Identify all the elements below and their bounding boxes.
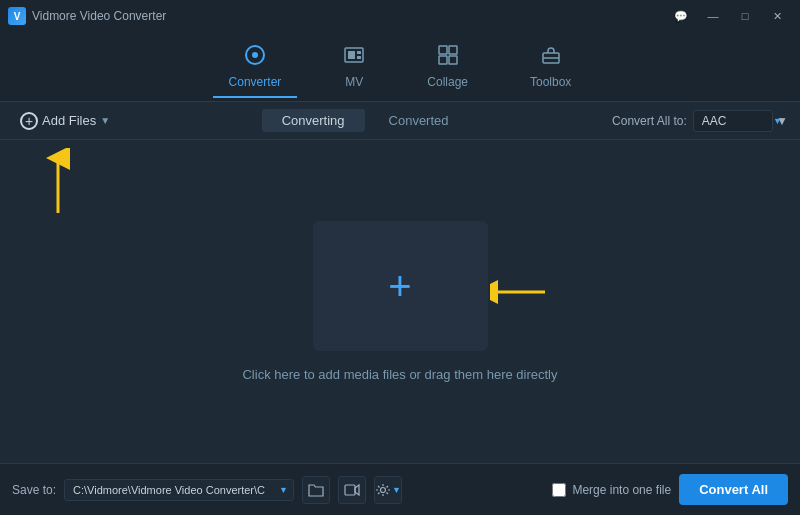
app-icon: V [8,7,26,25]
save-path-input[interactable] [64,479,294,501]
nav-item-collage[interactable]: Collage [411,36,484,97]
format-select-arrow-icon: ▼ [776,114,788,128]
merge-checkbox[interactable] [552,483,566,497]
nav-collage-label: Collage [427,75,468,89]
merge-checkbox-wrap: Merge into one file [552,483,671,497]
format-select-wrap[interactable]: AAC MP3 MP4 MOV AVI MKV WMV FLAC WAV ▼ [693,110,788,132]
svg-rect-7 [449,46,457,54]
nav-mv-label: MV [345,75,363,89]
save-path-wrap: ▼ [64,479,294,501]
add-files-dropdown-arrow: ▼ [100,115,110,126]
svg-point-1 [252,52,258,58]
sub-tabs: Converting Converted [126,109,604,132]
convert-all-to: Convert All to: AAC MP3 MP4 MOV AVI MKV … [612,110,788,132]
main-content: + Click here to add media files or drag … [0,140,800,463]
svg-rect-4 [357,51,361,54]
top-nav: Converter MV Collage [0,32,800,102]
add-circle-icon: + [20,112,38,130]
convert-all-button[interactable]: Convert All [679,474,788,505]
svg-rect-5 [357,56,361,59]
settings-button[interactable]: ▼ [374,476,402,504]
convert-all-to-label: Convert All to: [612,114,687,128]
maximize-button[interactable]: □ [730,6,760,26]
video-tools-button[interactable] [338,476,366,504]
window-controls: 💬 — □ ✕ [666,6,792,26]
mv-icon [343,44,365,71]
folder-icon [308,483,324,497]
add-files-label: Add Files [42,113,96,128]
save-to-label: Save to: [12,483,56,497]
upload-arrow-annotation [28,148,88,218]
svg-rect-9 [449,56,457,64]
format-select[interactable]: AAC MP3 MP4 MOV AVI MKV WMV FLAC WAV [693,110,773,132]
toolbox-icon [540,44,562,71]
nav-item-toolbox[interactable]: Toolbox [514,36,587,97]
nav-converter-label: Converter [229,75,282,89]
drop-arrow-annotation [490,272,550,312]
drop-hint: Click here to add media files or drag th… [242,367,557,382]
video-tools-icon [344,483,360,497]
settings-dropdown-arrow: ▼ [392,485,401,495]
title-bar: V Vidmore Video Converter 💬 — □ ✕ [0,0,800,32]
collage-icon [437,44,459,71]
folder-icon-button[interactable] [302,476,330,504]
svg-rect-16 [345,485,355,495]
svg-point-17 [381,487,386,492]
settings-icon [375,483,391,497]
svg-rect-8 [439,56,447,64]
tab-converting[interactable]: Converting [262,109,365,132]
sub-toolbar: + Add Files ▼ Converting Converted Conve… [0,102,800,140]
svg-rect-6 [439,46,447,54]
tab-converted[interactable]: Converted [369,109,469,132]
app-title: Vidmore Video Converter [32,9,166,23]
close-button[interactable]: ✕ [762,6,792,26]
svg-rect-3 [348,51,355,59]
add-files-button[interactable]: + Add Files ▼ [12,108,118,134]
converter-icon [244,44,266,71]
merge-label[interactable]: Merge into one file [572,483,671,497]
nav-item-converter[interactable]: Converter [213,36,298,97]
chat-button[interactable]: 💬 [666,6,696,26]
minimize-button[interactable]: — [698,6,728,26]
add-media-icon: + [388,266,411,306]
title-bar-left: V Vidmore Video Converter [8,7,166,25]
drop-zone[interactable]: + [313,221,488,351]
bottom-bar: Save to: ▼ ▼ Merge into one file Convert… [0,463,800,515]
nav-toolbox-label: Toolbox [530,75,571,89]
nav-item-mv[interactable]: MV [327,36,381,97]
